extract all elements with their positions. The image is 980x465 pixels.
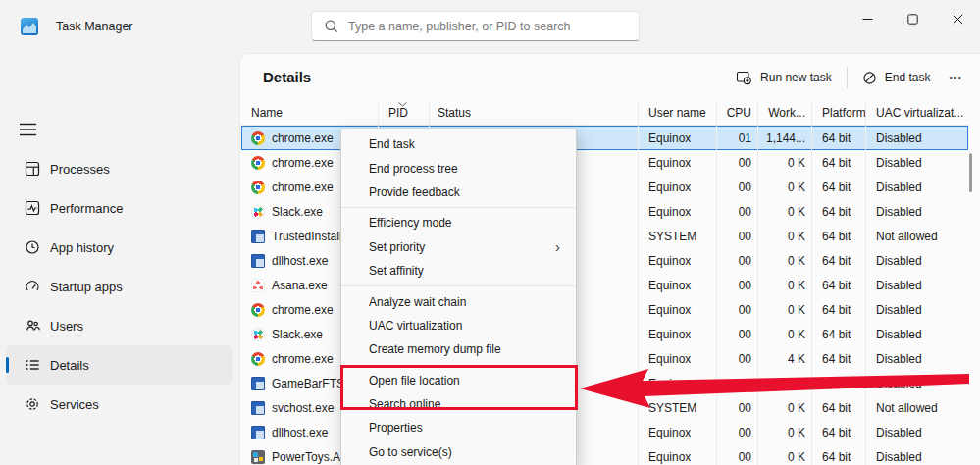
- search-input[interactable]: [348, 20, 639, 33]
- process-icon: [251, 401, 265, 415]
- process-name: chrome.exe: [272, 352, 334, 366]
- process-icon: [251, 131, 265, 145]
- menu-separator: [341, 285, 576, 286]
- process-icon: [251, 328, 265, 341]
- hamburger-menu-icon[interactable]: [15, 117, 40, 142]
- column-header-user-name[interactable]: User name: [639, 101, 717, 125]
- user-name-cell: SYSTEM: [639, 395, 717, 420]
- maximize-button[interactable]: [890, 0, 935, 37]
- platform-cell: 64 bit: [812, 322, 866, 346]
- end-task-button[interactable]: End task: [853, 65, 940, 91]
- users-icon: [25, 318, 40, 334]
- working-set-cell: 0 K: [758, 175, 812, 199]
- menu-item-set-priority[interactable]: Set priority›: [341, 235, 576, 259]
- titlebar: Task Manager: [0, 0, 980, 54]
- cpu-cell: 00: [717, 150, 758, 175]
- process-name: chrome.exe: [272, 181, 334, 194]
- column-header-platform[interactable]: Platform: [812, 101, 866, 125]
- app-title: Task Manager: [56, 0, 133, 54]
- platform-cell: 64 bit: [812, 371, 866, 395]
- menu-item-end-process-tree[interactable]: End process tree: [341, 156, 576, 180]
- menu-item-end-task[interactable]: End task: [341, 132, 576, 156]
- working-set-cell: 0 K: [758, 395, 812, 420]
- process-name: dllhost.exe: [272, 254, 328, 268]
- uac-cell: Disabled: [866, 346, 968, 371]
- cpu-cell: 00: [717, 395, 758, 420]
- column-header-uac[interactable]: UAC virtualizat...: [866, 101, 968, 125]
- menu-item-efficiency-mode[interactable]: Efficiency mode: [341, 211, 576, 234]
- column-header-status[interactable]: Status: [430, 101, 639, 125]
- user-name-cell: Equinox: [639, 199, 717, 224]
- uac-cell: Disabled: [866, 273, 968, 297]
- platform-cell: 64 bit: [812, 175, 866, 199]
- minimize-button[interactable]: [845, 0, 890, 37]
- menu-item-set-affinity[interactable]: Set affinity: [341, 259, 576, 283]
- sidebar-item-users[interactable]: Users: [6, 306, 232, 345]
- menu-separator: [341, 207, 576, 208]
- process-icon: [251, 181, 265, 194]
- sidebar-item-details[interactable]: Details: [6, 345, 232, 385]
- uac-cell: Disabled: [866, 126, 968, 150]
- platform-cell: 64 bit: [812, 126, 866, 150]
- platform-cell: 64 bit: [812, 444, 866, 465]
- uac-cell: Disabled: [866, 175, 968, 199]
- menu-item-properties[interactable]: Properties: [341, 416, 576, 439]
- table-header: Name PID Status User name CPU Work... Pl…: [241, 101, 968, 126]
- details-list-icon: [25, 357, 40, 373]
- sidebar-item-performance[interactable]: Performance: [6, 188, 232, 228]
- search-icon: [324, 19, 339, 34]
- user-name-cell: Equinox: [639, 420, 717, 444]
- process-name: TrustedInstall: [272, 230, 342, 243]
- cpu-cell: 00: [717, 371, 758, 395]
- process-icon: [251, 303, 265, 317]
- user-name-cell: Equinox: [639, 444, 717, 465]
- menu-item-go-to-services[interactable]: Go to service(s): [341, 440, 576, 464]
- more-options-icon[interactable]: •••: [939, 67, 970, 89]
- column-header-cpu[interactable]: CPU: [717, 101, 758, 125]
- user-name-cell: Equinox: [639, 273, 717, 297]
- process-icon: [251, 156, 265, 170]
- context-menu: End task End process tree Provide feedba…: [340, 129, 577, 465]
- user-name-cell: Equinox: [639, 126, 717, 150]
- sidebar-item-processes[interactable]: Processes: [6, 149, 232, 188]
- cpu-cell: 00: [717, 273, 758, 297]
- uac-cell: Disabled: [866, 371, 968, 395]
- uac-cell: Disabled: [866, 444, 968, 465]
- menu-item-analyze-wait-chain[interactable]: Analyze wait chain: [341, 289, 576, 313]
- platform-cell: 64 bit: [812, 346, 866, 371]
- process-name: chrome.exe: [272, 131, 334, 145]
- submenu-arrow-icon: ›: [555, 239, 560, 254]
- process-name: GameBarFTS: [272, 377, 344, 390]
- process-icon: [251, 377, 265, 390]
- clock-history-icon: [25, 239, 40, 255]
- process-name: PowerToys.A: [272, 450, 340, 464]
- close-button[interactable]: [935, 0, 980, 37]
- column-header-pid[interactable]: PID: [379, 101, 430, 125]
- working-set-cell: 0 K: [758, 322, 812, 346]
- column-header-name[interactable]: Name: [241, 101, 379, 125]
- run-new-task-button[interactable]: Run new task: [727, 64, 841, 91]
- sidebar-item-startup-apps[interactable]: Startup apps: [6, 267, 232, 306]
- process-icon: [251, 205, 265, 219]
- uac-cell: Disabled: [866, 199, 968, 224]
- platform-cell: 64 bit: [812, 150, 866, 175]
- user-name-cell: Equinox: [639, 297, 717, 322]
- sidebar-item-services[interactable]: Services: [6, 385, 232, 424]
- menu-item-uac-virtualization[interactable]: UAC virtualization: [341, 314, 576, 337]
- working-set-cell: 1,144...: [758, 126, 812, 150]
- working-set-cell: 0 K: [758, 420, 812, 444]
- gauge-icon: [25, 279, 40, 294]
- column-header-working-set[interactable]: Work...: [758, 101, 812, 125]
- vertical-scrollbar-thumb[interactable]: [969, 153, 972, 192]
- sidebar-item-app-history[interactable]: App history: [6, 228, 232, 267]
- menu-item-create-memory-dump[interactable]: Create memory dump file: [341, 337, 576, 361]
- annotation-highlight-box: [340, 365, 578, 410]
- process-icon: [251, 230, 265, 243]
- working-set-cell: 0 K: [758, 199, 812, 224]
- uac-cell: Not allowed: [866, 224, 968, 248]
- cpu-cell: 00: [717, 175, 758, 199]
- menu-item-provide-feedback[interactable]: Provide feedback: [341, 181, 576, 204]
- working-set-cell: 0 K: [758, 444, 812, 465]
- user-name-cell: SYSTEM: [639, 224, 717, 248]
- platform-cell: 64 bit: [812, 224, 866, 248]
